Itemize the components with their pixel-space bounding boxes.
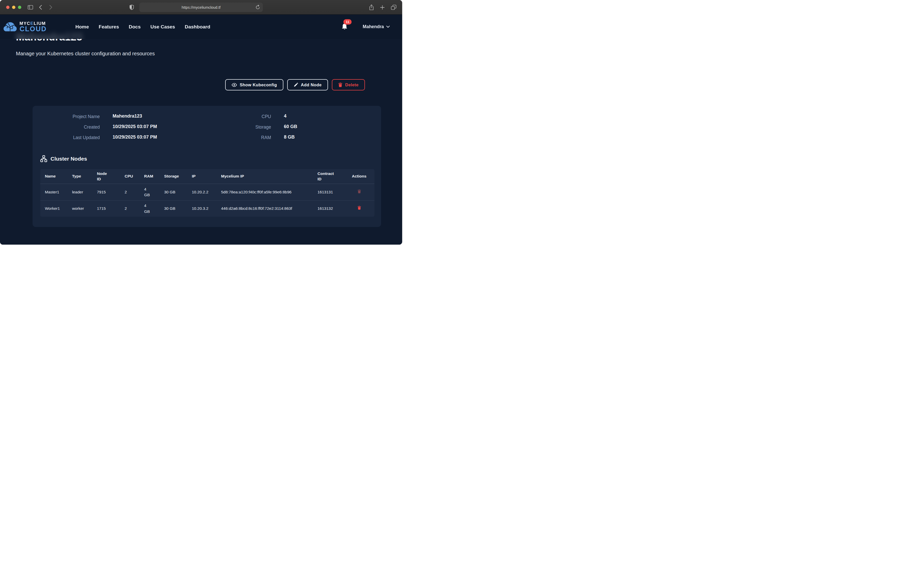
cell-ip: 10.20.2.2 <box>187 189 216 195</box>
delete-node-button[interactable] <box>357 189 361 193</box>
address-bar[interactable]: https://myceliumcloud.tf <box>139 3 263 12</box>
table-row: Worker1 worker 1715 2 4 GB 30 GB 10.20.3… <box>40 200 374 217</box>
project-info-left: Project Name Mahendra123 Created 10/29/2… <box>40 114 235 140</box>
cell-name: Worker1 <box>40 206 68 211</box>
user-menu[interactable]: Mahendra <box>363 24 390 30</box>
col-mycelium-ip: Mycelium IP <box>216 174 313 179</box>
cell-cpu: 2 <box>120 206 140 211</box>
storage-value: 60 GB <box>284 124 297 130</box>
traffic-lights <box>6 6 21 9</box>
page-body: Mahendra123 Manage your Kubernetes clust… <box>0 15 402 245</box>
col-cpu: CPU <box>120 174 140 179</box>
col-ip: IP <box>187 174 216 179</box>
nav-links: Home Features Docs Use Cases Dashboard <box>75 24 210 30</box>
cluster-nodes-table: Name Type Node ID CPU RAM Storage IP Myc… <box>40 169 374 217</box>
zoom-window-button[interactable] <box>18 6 21 9</box>
main-content: Mahendra123 Manage your Kubernetes clust… <box>0 15 402 227</box>
project-info-grid: Project Name Mahendra123 Created 10/29/2… <box>40 114 381 140</box>
cell-type: leader <box>68 189 92 195</box>
cell-node-id: 7915 <box>92 189 120 195</box>
cell-ram: 4 GB <box>140 203 159 214</box>
project-details-card: Project Name Mahendra123 Created 10/29/2… <box>33 106 381 227</box>
col-type: Type <box>68 174 92 179</box>
pencil-icon <box>294 83 298 87</box>
browser-window: https://myceliumcloud.tf <box>0 0 402 245</box>
mycelium-cloud-logo-icon <box>3 21 17 33</box>
cell-ip: 10.20.3.2 <box>187 206 216 211</box>
eye-icon <box>232 83 237 87</box>
nav-link-home[interactable]: Home <box>75 24 89 30</box>
back-icon[interactable] <box>39 0 42 15</box>
sidebar-toggle-icon[interactable] <box>28 0 33 15</box>
cell-mycelium-ip: 5d8:78ea:a120:f40c:ff0f:a5fe:99e6:8b96 <box>216 189 313 195</box>
brand-wordmark: MYCELIUM CLOUD <box>20 21 46 33</box>
close-window-button[interactable] <box>6 6 9 9</box>
cell-type: worker <box>68 206 92 211</box>
created-value: 10/29/2025 03:07 PM <box>112 124 235 130</box>
table-row: Master1 leader 7915 2 4 GB 30 GB 10.20.2… <box>40 184 374 200</box>
privacy-shield-icon[interactable] <box>129 0 134 15</box>
nav-link-docs[interactable]: Docs <box>129 24 141 30</box>
last-updated-value: 10/29/2025 03:07 PM <box>112 135 235 140</box>
col-contract-id: Contract ID <box>313 171 347 182</box>
delete-label: Delete <box>345 82 358 87</box>
project-info-right: CPU 4 Storage 60 GB RAM 8 GB <box>235 114 297 140</box>
tab-overview-icon[interactable] <box>391 4 396 10</box>
minimize-window-button[interactable] <box>12 6 15 9</box>
cell-node-id: 1715 <box>92 206 120 211</box>
col-actions: Actions <box>347 174 374 179</box>
show-kubeconfig-label: Show Kubeconfig <box>240 82 277 87</box>
cell-ram: 4 GB <box>140 187 159 198</box>
nav-link-dashboard[interactable]: Dashboard <box>185 24 210 30</box>
site-navbar: MYCELIUM CLOUD Home Features Docs Use Ca… <box>0 15 402 39</box>
ram-value: 8 GB <box>284 135 297 140</box>
cell-mycelium-ip: 446:d2a6:8bcd:8c16:ff0f:72e2:3114:863f <box>216 206 313 211</box>
cell-contract-id: 1613132 <box>313 206 347 211</box>
trash-icon <box>338 82 342 87</box>
cell-contract-id: 1613131 <box>313 189 347 195</box>
brand-line-cloud: CLOUD <box>20 25 46 33</box>
col-ram: RAM <box>140 174 159 179</box>
brand-logo[interactable]: MYCELIUM CLOUD <box>3 21 46 33</box>
col-storage: Storage <box>159 174 187 179</box>
sitemap-icon <box>40 155 47 162</box>
url-text: https://myceliumcloud.tf <box>182 5 220 9</box>
brand-line-mycelium: MYCELIUM <box>20 21 46 25</box>
cpu-label: CPU <box>235 114 271 120</box>
created-label: Created <box>40 124 100 130</box>
user-name: Mahendra <box>363 24 384 30</box>
page-subtitle: Manage your Kubernetes cluster configura… <box>16 51 402 57</box>
col-node-id: Node ID <box>92 171 120 182</box>
cell-actions <box>347 206 374 211</box>
table-header-row: Name Type Node ID CPU RAM Storage IP Myc… <box>40 169 374 184</box>
delete-node-button[interactable] <box>357 206 361 210</box>
share-icon[interactable] <box>369 4 374 10</box>
nav-link-features[interactable]: Features <box>99 24 119 30</box>
notification-count-badge: 11 <box>344 19 352 25</box>
forward-icon[interactable] <box>49 0 52 15</box>
browser-toolbar: https://myceliumcloud.tf <box>0 0 402 15</box>
show-kubeconfig-button[interactable]: Show Kubeconfig <box>225 79 284 90</box>
project-name-label: Project Name <box>40 114 100 120</box>
delete-cluster-button[interactable]: Delete <box>332 79 365 90</box>
notifications-button[interactable]: 11 <box>341 23 348 30</box>
col-name: Name <box>40 174 68 179</box>
reload-icon[interactable] <box>256 4 260 9</box>
storage-label: Storage <box>235 124 271 130</box>
ram-label: RAM <box>235 135 271 140</box>
add-node-button[interactable]: Add Node <box>287 79 328 90</box>
last-updated-label: Last Updated <box>40 135 100 140</box>
cluster-actions-toolbar: Show Kubeconfig Add Node <box>16 79 365 90</box>
chevron-down-icon <box>386 25 390 28</box>
cell-actions <box>347 189 374 195</box>
nav-link-use-cases[interactable]: Use Cases <box>150 24 175 30</box>
cell-storage: 30 GB <box>159 189 187 195</box>
chrome-right-actions <box>369 0 396 15</box>
cell-storage: 30 GB <box>159 206 187 211</box>
cpu-value: 4 <box>284 114 297 120</box>
new-tab-icon[interactable] <box>380 5 385 10</box>
cluster-nodes-heading: Cluster Nodes <box>40 155 381 162</box>
project-name-value: Mahendra123 <box>112 114 235 120</box>
cluster-nodes-title: Cluster Nodes <box>51 156 87 162</box>
cell-cpu: 2 <box>120 189 140 195</box>
